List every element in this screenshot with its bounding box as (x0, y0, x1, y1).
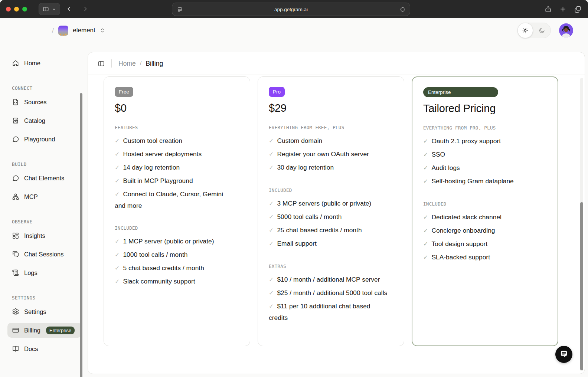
plan-badge: Enterprise (46, 327, 75, 334)
sidebar-icon (43, 6, 49, 12)
group-label: INCLUDED (269, 187, 389, 193)
browser-window: app.getgram.ai / element (0, 0, 588, 377)
dark-mode-button[interactable] (533, 27, 551, 34)
light-mode-button[interactable] (517, 23, 533, 38)
sidebar-item-label: Playground (24, 136, 55, 143)
pricing-card-enterprise[interactable]: Enterprise Tailored Pricing EVERYTHING F… (412, 76, 558, 346)
check-icon: ✓ (423, 138, 428, 144)
chat-sessions-icon (12, 250, 19, 258)
pricing-card-pro[interactable]: Pro $29 EVERYTHING FROM FREE, PLUS ✓Cust… (258, 76, 404, 346)
scroll-icon (12, 269, 19, 276)
user-avatar[interactable] (559, 23, 573, 37)
check-icon: ✓ (269, 151, 274, 157)
group-label: FEATURES (115, 125, 235, 130)
sidebar-item-playground[interactable]: Playground (7, 132, 82, 147)
panel-header: Home / Billing (88, 52, 585, 75)
check-icon: ✓ (115, 265, 120, 271)
sidebar-scrollbar-track[interactable] (80, 93, 82, 377)
share-icon[interactable] (545, 6, 552, 13)
pricing-card-free[interactable]: Free $0 FEATURES ✓Custom tool creation ✓… (104, 76, 250, 346)
feature-item: ✓SLA-backed support (423, 252, 543, 263)
new-tab-icon[interactable] (559, 6, 566, 13)
feature-item: ✓Custom domain (269, 135, 389, 147)
sidebar-item-label: Settings (24, 308, 46, 315)
sidebar-item-chat-sessions[interactable]: Chat Sessions (7, 247, 82, 262)
forward-button[interactable] (82, 6, 88, 12)
sidebar-item-docs[interactable]: Docs (7, 341, 82, 356)
url-text: app.getgram.ai (172, 7, 410, 12)
sidebar-item-settings[interactable]: Settings (7, 304, 82, 319)
home-icon (12, 59, 19, 67)
sidebar-item-home[interactable]: Home (7, 56, 82, 71)
sidebar-item-label: Logs (24, 269, 37, 276)
sidebar-item-insights[interactable]: Insights (7, 228, 82, 243)
plan-badge: Free (115, 87, 133, 97)
feature-item: ✓Built in MCP Playground (115, 175, 235, 187)
feature-item: ✓30 day log retention (269, 162, 389, 173)
sidebar-item-catalog[interactable]: Catalog (7, 113, 82, 128)
feature-item: ✓5000 tool calls / month (269, 211, 389, 223)
pricing-cards: Free $0 FEATURES ✓Custom tool creation ✓… (88, 75, 585, 346)
sidebar-item-label: Billing (24, 327, 40, 334)
check-icon: ✓ (115, 191, 120, 197)
plan-badge: Enterprise (423, 87, 498, 97)
sun-icon (522, 27, 529, 34)
sidebar-item-label: Sources (24, 99, 47, 106)
chat-bubble-icon (12, 135, 19, 143)
sidebar-section-connect: CONNECT (12, 85, 88, 91)
tab-overview-icon[interactable] (574, 6, 581, 13)
feature-item: ✓1 MCP server (public or private) (115, 236, 235, 247)
check-icon: ✓ (423, 241, 428, 247)
browser-sidebar-toggle-button[interactable] (39, 3, 60, 15)
reload-icon[interactable] (400, 7, 405, 12)
workspace-slash: / (52, 26, 54, 35)
file-code-icon (12, 98, 19, 106)
feature-item: ✓14 day log retention (115, 162, 235, 173)
sidebar-item-label: Chat Sessions (24, 251, 63, 258)
workspace-avatar (58, 26, 68, 36)
gear-icon (12, 308, 19, 315)
store-icon (12, 117, 19, 124)
check-icon: ✓ (269, 200, 274, 207)
main-scrollbar-thumb[interactable] (580, 202, 583, 370)
chat-bubble-icon (559, 350, 569, 359)
plan-price: $29 (269, 102, 389, 114)
check-icon: ✓ (269, 276, 274, 283)
check-icon: ✓ (423, 178, 428, 184)
feature-item: ✓Email support (269, 238, 389, 249)
sidebar-item-billing[interactable]: Billing Enterprise (7, 323, 82, 338)
sidebar-scrollbar-thumb[interactable] (80, 93, 82, 377)
check-icon: ✓ (269, 227, 274, 233)
feature-item: ✓Audit logs (423, 162, 543, 174)
sidebar-item-chat-elements[interactable]: Chat Elements (7, 171, 82, 186)
app-header: / element (0, 18, 588, 43)
support-chat-button[interactable] (555, 346, 572, 363)
workspace-switcher[interactable] (100, 27, 105, 33)
check-icon: ✓ (115, 252, 120, 258)
check-icon: ✓ (115, 178, 120, 184)
zoom-window-button[interactable] (22, 7, 27, 12)
sidebar-item-logs[interactable]: Logs (7, 265, 82, 280)
sidebar-section-settings: SETTINGS (12, 295, 88, 301)
sidebar-item-sources[interactable]: Sources (7, 95, 82, 109)
workspace-name: element (73, 27, 95, 34)
sidebar-item-label: Home (24, 60, 40, 67)
feature-item: ✓1000 tool calls / month (115, 249, 235, 260)
close-window-button[interactable] (6, 7, 11, 12)
feature-item: ✓Oauth 2.1 proxy support (423, 135, 543, 147)
theme-toggle[interactable] (517, 23, 551, 38)
feature-item: ✓Concierge onboarding (423, 225, 543, 236)
check-icon: ✓ (423, 254, 428, 260)
panel-sidebar-toggle-icon[interactable] (98, 60, 105, 67)
address-bar[interactable]: app.getgram.ai (172, 3, 410, 16)
sidebar: Home CONNECT Sources Catalog Playground … (0, 43, 88, 377)
breadcrumb-separator: / (140, 60, 142, 67)
chat-bubble-icon (12, 174, 19, 182)
minimize-window-button[interactable] (14, 7, 19, 12)
sidebar-item-label: Chat Elements (24, 175, 64, 182)
check-icon: ✓ (115, 138, 120, 144)
feature-item: ✓5 chat based credits / month (115, 262, 235, 274)
back-button[interactable] (66, 6, 73, 12)
breadcrumb-home[interactable]: Home (118, 60, 136, 68)
sidebar-item-mcp[interactable]: MCP (7, 189, 82, 204)
